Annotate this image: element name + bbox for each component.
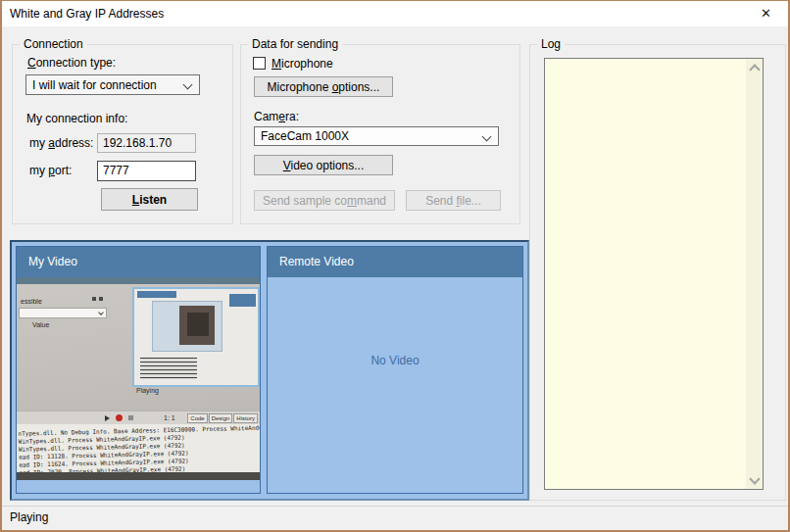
grid-icon [127, 414, 134, 421]
titlebar: White and Gray IP Addresses ✕ [2, 1, 788, 26]
window-title: White and Gray IP Addresses [10, 7, 164, 21]
log-group: Log [529, 44, 786, 501]
camera-label: Camera: [254, 110, 299, 123]
preview-tab-design: Design [209, 413, 233, 423]
photo-close-icon [99, 297, 103, 301]
status-bar: Playing [2, 506, 788, 530]
photo-bezel [17, 472, 260, 480]
photo-pin-icon [92, 297, 96, 301]
photo-toolbar: 1: 1 Insert Code Design History [17, 411, 260, 425]
listen-button[interactable]: Listen [101, 188, 198, 211]
status-text: Playing [10, 510, 48, 524]
scroll-down-icon[interactable] [746, 472, 763, 489]
remote-video-body: No Video [268, 277, 522, 493]
send-sample-command-button: Send sample command [254, 190, 395, 211]
inner-dark-rect [179, 306, 215, 345]
microphone-label: Microphone [272, 57, 333, 71]
microphone-checkbox[interactable] [253, 57, 266, 70]
send-file-button: Send file... [406, 190, 501, 211]
connection-type-value: I will wait for connection [32, 78, 157, 92]
camera-value: FaceCam 1000X [261, 129, 349, 143]
app-window: White and Gray IP Addresses ✕ Connection… [0, 0, 790, 532]
my-port-label: my port: [29, 164, 72, 177]
chevron-down-icon [183, 80, 193, 90]
connection-type-combobox[interactable]: I will wait for connection [25, 74, 200, 95]
inner-header-strip [137, 291, 176, 298]
photo-inner-window [132, 287, 260, 387]
my-address-field[interactable]: 192.168.1.70 [97, 133, 196, 153]
preview-tabs: Code Design History [187, 413, 258, 423]
photo-output-area: nTypes.dll. No Debug Info. Base Address:… [17, 424, 260, 472]
remote-video-header: Remote Video [268, 247, 522, 277]
record-icon [116, 414, 123, 421]
video-options-button[interactable]: Video options... [254, 155, 393, 175]
connection-group: Connection Connection type: I will wait … [12, 44, 233, 224]
log-textarea[interactable] [544, 58, 764, 490]
log-scrollbar[interactable] [746, 59, 763, 489]
microphone-options-button[interactable]: Microphone options... [254, 76, 393, 97]
photo-accessible-text: essible [21, 298, 42, 306]
photo-dropdown [19, 308, 107, 318]
my-port-field[interactable]: 7777 [97, 161, 196, 181]
photo-inner-status: Playing [136, 387, 159, 395]
camera-combobox[interactable]: FaceCam 1000X [254, 126, 499, 146]
close-button[interactable]: ✕ [744, 1, 788, 26]
my-address-label: my address: [29, 136, 93, 150]
my-connection-info-label: My connection info: [26, 112, 127, 125]
inner-output-block [140, 358, 197, 379]
data-for-sending-group: Data for sending Microphone Microphone o… [240, 44, 520, 224]
my-video-panel: My Video essible Value Playing [16, 246, 261, 494]
my-video-preview: essible Value Playing 1: 1 [17, 277, 260, 480]
close-icon: ✕ [761, 6, 771, 21]
caret-position: 1: 1 [164, 414, 175, 422]
data-for-sending-group-label: Data for sending [248, 37, 342, 51]
preview-tab-history: History [233, 413, 258, 423]
inner-remote-panel [229, 294, 256, 307]
remote-video-panel: Remote Video No Video [267, 246, 523, 494]
no-video-text: No Video [268, 354, 522, 367]
connection-type-label: Connection type: [27, 56, 116, 70]
photo-output-lines: nTypes.dll. No Debug Info. Base Address:… [18, 424, 260, 472]
scroll-up-icon[interactable] [746, 59, 763, 75]
play-icon [105, 415, 110, 421]
photo-top-strip [17, 277, 260, 284]
photo-value-text: Value [32, 321, 49, 329]
my-video-header: My Video [17, 247, 260, 277]
preview-tab-code: Code [187, 413, 207, 423]
video-area: My Video essible Value Playing [10, 240, 529, 501]
log-group-label: Log [537, 37, 565, 51]
connection-group-label: Connection [20, 37, 87, 51]
chevron-down-icon [98, 310, 104, 315]
chevron-down-icon [482, 132, 492, 142]
